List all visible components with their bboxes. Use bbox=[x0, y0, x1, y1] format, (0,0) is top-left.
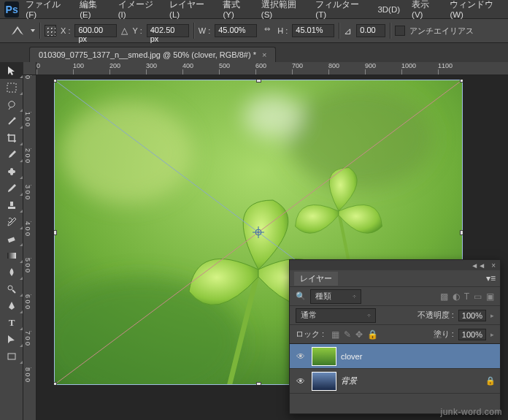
ruler-vertical[interactable]: 01 0 0 2 0 03 0 0 4 0 05 0 0 6 0 07 0 0 … bbox=[23, 75, 36, 420]
svg-rect-9 bbox=[8, 237, 15, 243]
x-label: X : bbox=[61, 26, 70, 35]
menu-layer[interactable]: レイヤー(L) bbox=[164, 0, 216, 21]
menu-select[interactable]: 選択範囲(S) bbox=[256, 0, 309, 21]
svg-marker-1 bbox=[8, 66, 15, 75]
transform-handle-e[interactable] bbox=[460, 230, 463, 235]
reference-point-grid[interactable] bbox=[45, 25, 56, 37]
filter-shape-icon[interactable]: ▭ bbox=[474, 291, 482, 302]
angle-value[interactable]: 0.00 bbox=[356, 24, 385, 37]
filter-adjust-icon[interactable]: ◐ bbox=[453, 291, 460, 302]
angle-icon: ⊿ bbox=[344, 26, 352, 37]
svg-point-17 bbox=[288, 87, 434, 189]
menu-edit[interactable]: 編集(E) bbox=[74, 0, 111, 21]
transform-handle-w[interactable] bbox=[54, 230, 57, 235]
layer-thumb[interactable] bbox=[312, 372, 336, 391]
layer-row-clover[interactable]: 👁 clover bbox=[290, 344, 500, 369]
options-bar: X : 600.00 px △ Y : 402.50 px W : 45.00%… bbox=[0, 19, 508, 43]
antialias-label: アンチエイリアス bbox=[409, 26, 474, 37]
filter-smart-icon[interactable]: ▣ bbox=[486, 291, 494, 302]
eraser-tool[interactable] bbox=[0, 230, 23, 247]
opacity-scrub-icon[interactable]: ▸ bbox=[490, 312, 494, 319]
tool-preset-dropdown[interactable] bbox=[31, 29, 35, 32]
svg-rect-8 bbox=[8, 207, 15, 209]
fill-scrub-icon[interactable]: ▸ bbox=[490, 331, 494, 338]
lock-move-icon[interactable]: ✥ bbox=[355, 329, 363, 340]
type-tool[interactable]: T bbox=[0, 314, 23, 331]
menu-view[interactable]: 表示(V) bbox=[407, 0, 443, 21]
svg-line-3 bbox=[9, 118, 15, 124]
rectangle-tool[interactable] bbox=[0, 348, 23, 364]
svg-marker-0 bbox=[12, 26, 23, 35]
filter-kind-select[interactable]: 種類÷ bbox=[310, 289, 361, 304]
history-brush-tool[interactable] bbox=[0, 213, 23, 230]
layer-name[interactable]: clover bbox=[341, 352, 362, 361]
ruler-origin[interactable] bbox=[23, 62, 36, 75]
lock-icon[interactable]: 🔒 bbox=[485, 376, 496, 386]
layers-tab[interactable]: レイヤー bbox=[294, 272, 338, 286]
link-wh-icon[interactable]: ⇔ bbox=[261, 25, 273, 37]
menu-type[interactable]: 書式(Y) bbox=[218, 0, 254, 21]
h-value[interactable]: 45.01% bbox=[292, 24, 334, 37]
dodge-tool[interactable] bbox=[0, 280, 23, 297]
ruler-horizontal[interactable]: 0100 200300 400500 600700 800900 1000110… bbox=[36, 62, 508, 75]
layer-thumb[interactable] bbox=[312, 347, 336, 366]
menu-3d[interactable]: 3D(D) bbox=[372, 3, 405, 16]
lock-transparency-icon[interactable]: ▦ bbox=[331, 329, 339, 340]
fill-label: 塗り : bbox=[434, 329, 454, 340]
search-icon: 🔍 bbox=[296, 291, 306, 301]
visibility-icon[interactable]: 👁 bbox=[294, 351, 307, 362]
w-label: W : bbox=[199, 26, 211, 35]
y-label: Y : bbox=[132, 26, 142, 35]
filter-pixel-icon[interactable]: ▩ bbox=[440, 291, 448, 302]
transform-handle-nw[interactable] bbox=[54, 80, 57, 83]
document-tab-title: 010309_0775_1377_n__smed.jpg @ 50% (clov… bbox=[39, 50, 256, 59]
opacity-label: 不透明度 : bbox=[417, 310, 454, 321]
move-tool[interactable] bbox=[0, 62, 23, 79]
svg-rect-6 bbox=[10, 168, 13, 175]
antialias-checkbox[interactable] bbox=[395, 26, 405, 36]
svg-marker-13 bbox=[8, 335, 15, 343]
current-tool-icon[interactable] bbox=[10, 23, 25, 38]
menu-image[interactable]: イメージ(I) bbox=[113, 0, 163, 21]
y-value[interactable]: 402.50 px bbox=[147, 24, 189, 37]
collapse-icon[interactable]: ◄◄ bbox=[471, 261, 485, 270]
brush-tool[interactable] bbox=[0, 180, 23, 196]
marquee-tool[interactable] bbox=[0, 79, 23, 96]
close-icon[interactable]: × bbox=[262, 50, 266, 59]
eyedropper-tool[interactable] bbox=[0, 146, 23, 163]
layer-row-background[interactable]: 👁 背景 🔒 bbox=[290, 369, 500, 394]
lock-all-icon[interactable]: 🔒 bbox=[367, 329, 378, 340]
lock-paint-icon[interactable]: ✎ bbox=[344, 329, 351, 340]
w-value[interactable]: 45.00% bbox=[215, 24, 257, 37]
blend-mode-select[interactable]: 通常÷ bbox=[296, 308, 376, 323]
gradient-tool[interactable] bbox=[0, 247, 23, 264]
transform-handle-s[interactable] bbox=[256, 382, 261, 385]
fill-value[interactable]: 100% bbox=[458, 329, 486, 340]
svg-point-11 bbox=[8, 286, 12, 290]
document-tab[interactable]: 010309_0775_1377_n__smed.jpg @ 50% (clov… bbox=[29, 47, 276, 62]
layers-panel[interactable]: ◄◄ × レイヤー ▾≡ 🔍 種類÷ ▩ ◐ T ▭ ▣ 通常÷ 不透明度 : bbox=[289, 259, 501, 414]
svg-rect-14 bbox=[8, 354, 15, 359]
crop-tool[interactable] bbox=[0, 129, 23, 146]
transform-handle-n[interactable] bbox=[256, 80, 261, 83]
panel-close-icon[interactable]: × bbox=[491, 261, 496, 270]
lasso-tool[interactable] bbox=[0, 96, 23, 112]
delta-icon[interactable]: △ bbox=[121, 26, 128, 36]
transform-handle-ne[interactable] bbox=[460, 80, 463, 83]
panel-menu-icon[interactable]: ▾≡ bbox=[486, 273, 496, 283]
x-value[interactable]: 600.00 px bbox=[74, 24, 117, 37]
visibility-icon[interactable]: 👁 bbox=[294, 376, 307, 386]
menu-file[interactable]: ファイル(F) bbox=[20, 0, 73, 21]
layer-name[interactable]: 背景 bbox=[341, 375, 357, 386]
path-select-tool[interactable] bbox=[0, 331, 23, 348]
blur-tool[interactable] bbox=[0, 264, 23, 280]
pen-tool[interactable] bbox=[0, 297, 23, 314]
transform-handle-sw[interactable] bbox=[54, 382, 57, 385]
menu-filter[interactable]: フィルター(T) bbox=[310, 0, 371, 21]
opacity-value[interactable]: 100% bbox=[458, 310, 486, 321]
menu-window[interactable]: ウィンドウ(W) bbox=[445, 0, 508, 21]
stamp-tool[interactable] bbox=[0, 196, 23, 213]
magic-wand-tool[interactable] bbox=[0, 112, 23, 129]
heal-tool[interactable] bbox=[0, 163, 23, 180]
filter-type-icon[interactable]: T bbox=[464, 291, 469, 302]
